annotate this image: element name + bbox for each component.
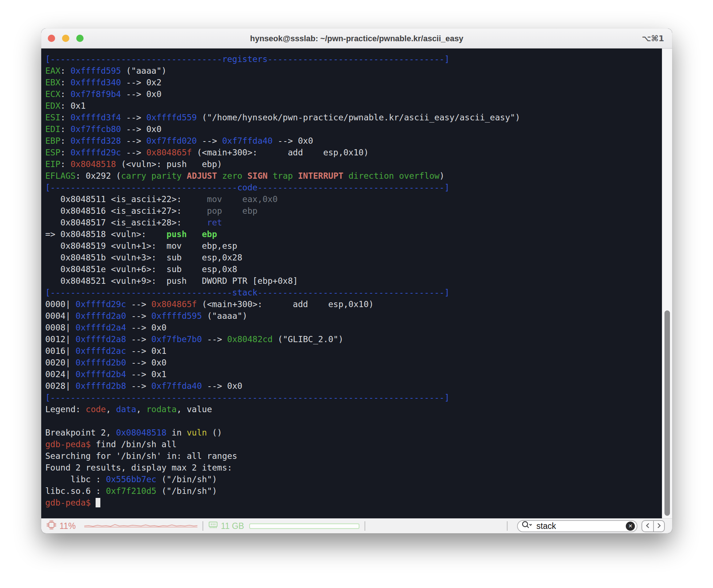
terminal-line: 0004| 0xffffd2a0 --> 0xffffd595 ("aaaa") (45, 310, 662, 322)
terminal-cursor (96, 498, 100, 507)
terminal-line: => 0x8048518 <vuln>: push ebp (45, 228, 662, 240)
terminal-line: 0008| 0xffffd2a4 --> 0x0 (45, 322, 662, 333)
terminal-line: 0x8048519 <vuln+1>: mov ebp,esp (45, 240, 662, 252)
chevron-left-icon (645, 522, 650, 530)
status-bar: 11% 11 GB (41, 518, 672, 533)
terminal-line: 0x8048511 <is_ascii+22>: mov eax,0x0 (45, 193, 662, 205)
terminal-line: EAX: 0xffffd595 ("aaaa") (45, 65, 662, 77)
status-divider (507, 521, 508, 531)
terminal-line: gdb-peda$ find /bin/sh all (45, 438, 662, 450)
terminal-line: EBP: 0xffffd328 --> 0xf7ffd020 --> 0xf7f… (45, 135, 662, 147)
terminal-line: [-------------------------------------co… (45, 182, 662, 193)
find-pager (641, 520, 665, 532)
terminal-line: [---------------------------------------… (45, 392, 662, 403)
terminal-line: 0x8048517 <is_ascii+28>: ret (45, 217, 662, 228)
memory-chip-icon (208, 521, 218, 531)
terminal-output[interactable]: [----------------------------------regis… (41, 49, 662, 518)
terminal-window: hynseok@ssslab: ~/pwn-practice/pwnable.k… (41, 28, 672, 533)
terminal-line: gdb-peda$ (45, 497, 662, 508)
memory-usage-group: 11 GB (208, 521, 359, 531)
status-divider (365, 521, 365, 531)
terminal-line (45, 415, 662, 427)
terminal-line: 0024| 0xffffd2b4 --> 0x1 (45, 368, 662, 380)
find-previous-button[interactable] (642, 521, 653, 531)
terminal-line: EIP: 0x8048518 (<vuln>: push ebp) (45, 158, 662, 170)
find-next-button[interactable] (653, 521, 664, 531)
cpu-sparkline (84, 520, 197, 532)
search-icon[interactable] (521, 521, 532, 531)
terminal-line: Legend: code, data, rodata, value (45, 403, 662, 415)
chevron-right-icon (656, 522, 662, 530)
terminal-line: Found 2 results, display max 2 items: (45, 462, 662, 473)
memory-bar (249, 523, 359, 529)
terminal-line: 0020| 0xffffd2b0 --> 0x0 (45, 357, 662, 368)
scrollbar-track[interactable] (662, 49, 672, 518)
terminal-line: 0x804851b <vuln+3>: sub esp,0x28 (45, 252, 662, 263)
tab-shortcut-badge: ⌥⌘1 (642, 28, 664, 48)
terminal-line: ESP: 0xffffd29c --> 0x804865f (<main+300… (45, 147, 662, 158)
terminal-line: Searching for '/bin/sh' in: all ranges (45, 450, 662, 462)
titlebar[interactable]: hynseok@ssslab: ~/pwn-practice/pwnable.k… (41, 28, 672, 49)
terminal-line: EBX: 0xffffd340 --> 0x2 (45, 77, 662, 88)
terminal-line: libc : 0x556bb7ec ("/bin/sh") (45, 473, 662, 485)
terminal-line: Breakpoint 2, 0x08048518 in vuln () (45, 427, 662, 438)
terminal-line: 0016| 0xffffd2ac --> 0x1 (45, 345, 662, 357)
scrollbar-thumb[interactable] (664, 310, 670, 516)
terminal-line: ECX: 0xf7f8f9b4 --> 0x0 (45, 88, 662, 100)
search-field[interactable]: ✕ (517, 520, 637, 532)
terminal-line: 0x8048516 <is_ascii+27>: pop ebp (45, 205, 662, 217)
terminal-line: [----------------------------------regis… (45, 53, 662, 65)
memory-label: 11 GB (221, 521, 244, 531)
terminal-line: 0x804851e <vuln+6>: sub esp,0x8 (45, 263, 662, 275)
terminal-line: 0012| 0xffffd2a8 --> 0xf7fbe7b0 --> 0x80… (45, 333, 662, 345)
terminal-line: libc.so.6 : 0xf7f210d5 ("/bin/sh") (45, 485, 662, 497)
terminal-line: EDI: 0xf7ffcb80 --> 0x0 (45, 123, 662, 135)
terminal-line: 0000| 0xffffd29c --> 0x804865f (<main+30… (45, 298, 662, 310)
terminal-line: ESI: 0xffffd3f4 --> 0xffffd559 ("/home/h… (45, 112, 662, 123)
terminal-line: EDX: 0x1 (45, 100, 662, 112)
terminal-line: 0028| 0xffffd2b8 --> 0xf7ffda40 --> 0x0 (45, 380, 662, 392)
window-title: hynseok@ssslab: ~/pwn-practice/pwnable.k… (41, 28, 672, 48)
terminal-line: EFLAGS: 0x292 (carry parity ADJUST zero … (45, 170, 662, 182)
terminal-line: [------------------------------------sta… (45, 287, 662, 298)
terminal-line: 0x8048521 <vuln+9>: push DWORD PTR [ebp+… (45, 275, 662, 287)
clear-search-button[interactable]: ✕ (626, 522, 635, 531)
cpu-usage-group: 11% (46, 520, 197, 532)
cpu-percent-label: 11% (59, 521, 76, 531)
status-divider (203, 521, 203, 531)
search-input[interactable] (536, 521, 626, 531)
cpu-chip-icon (46, 520, 57, 532)
